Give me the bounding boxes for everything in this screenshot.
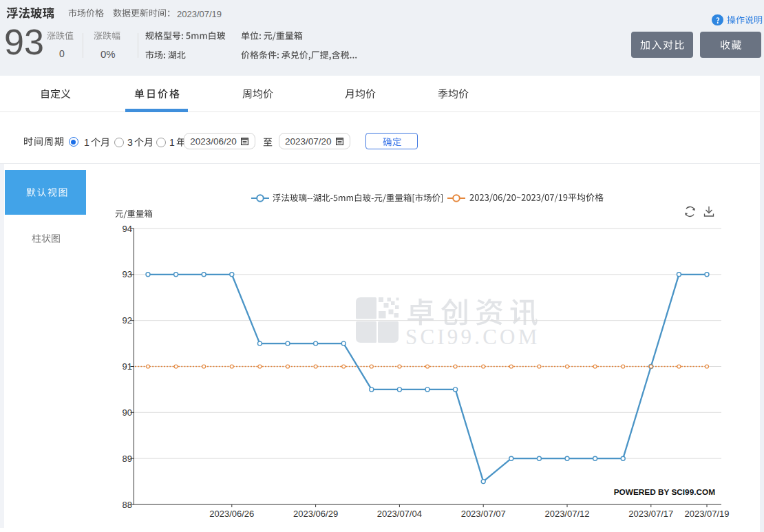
svg-text:94: 94 <box>123 224 132 234</box>
svg-text:2023/07/17: 2023/07/17 <box>628 509 673 519</box>
svg-text:88: 88 <box>123 500 132 510</box>
svg-text:93: 93 <box>123 269 132 279</box>
svg-text:POWERED BY SCI99.COM: POWERED BY SCI99.COM <box>614 487 715 497</box>
svg-text:2023/06/26: 2023/06/26 <box>209 509 254 519</box>
svg-text:2023/06/29: 2023/06/29 <box>293 509 338 519</box>
svg-text:90: 90 <box>123 407 132 418</box>
svg-text:2023/07/07: 2023/07/07 <box>461 509 506 519</box>
svg-text:89: 89 <box>123 454 132 464</box>
svg-text:2023/07/12: 2023/07/12 <box>544 509 589 519</box>
svg-text:2023/07/19: 2023/07/19 <box>684 509 729 519</box>
svg-text:91: 91 <box>123 361 132 372</box>
svg-text:92: 92 <box>123 315 132 326</box>
svg-text:2023/07/04: 2023/07/04 <box>377 509 422 519</box>
